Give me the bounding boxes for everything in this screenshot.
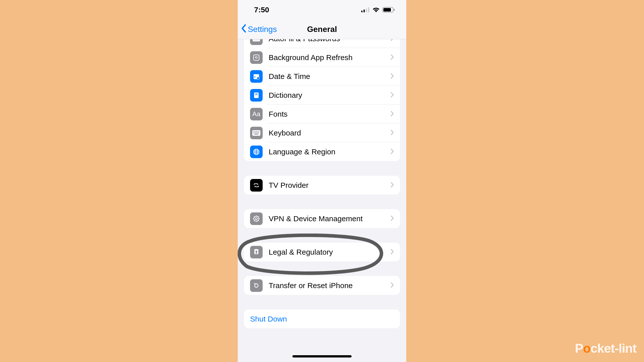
svg-rect-5 [383, 8, 391, 12]
settings-section-legal: Legal & Regulatory [244, 243, 400, 261]
chevron-right-icon [390, 73, 394, 80]
content-scroll[interactable]: AutoFill & Passwords Background App Refr… [238, 39, 406, 362]
row-label: Transfer or Reset iPhone [269, 281, 390, 290]
calendar-icon [250, 70, 263, 83]
chevron-right-icon [390, 39, 394, 42]
row-label: Dictionary [269, 91, 390, 100]
status-icons [361, 7, 395, 13]
certificate-icon [250, 246, 263, 258]
cellular-signal-icon [361, 7, 370, 12]
row-dictionary[interactable]: Dictionary [244, 86, 400, 105]
nav-bar: Settings General [238, 20, 406, 39]
svg-rect-23 [257, 131, 258, 132]
keyboard-icon [250, 127, 263, 139]
row-label: Fonts [269, 110, 390, 118]
chevron-right-icon [390, 111, 394, 118]
chevron-left-icon [241, 24, 247, 35]
watermark-pocketlint: Pocket-lint [575, 341, 636, 356]
nav-title: General [307, 25, 337, 34]
row-label: AutoFill & Passwords [269, 39, 390, 43]
svg-point-47 [256, 250, 257, 252]
svg-rect-26 [255, 132, 255, 133]
row-vpn-device-management[interactable]: VPN & Device Management [244, 209, 400, 228]
svg-rect-7 [253, 39, 260, 41]
row-shut-down[interactable]: Shut Down [244, 309, 400, 328]
svg-rect-21 [255, 131, 255, 132]
settings-section-vpn: VPN & Device Management [244, 209, 400, 228]
chevron-right-icon [390, 148, 394, 155]
row-fonts[interactable]: Aa Fonts [244, 105, 400, 123]
chevron-right-icon [390, 249, 394, 256]
row-label: Shut Down [250, 315, 394, 323]
row-keyboard[interactable]: Keyboard [244, 123, 400, 142]
chevron-right-icon [390, 129, 394, 137]
svg-rect-29 [258, 132, 259, 133]
row-label: Background App Refresh [269, 53, 390, 62]
row-tv-provider[interactable]: TV Provider [244, 176, 400, 195]
globe-icon [250, 146, 263, 158]
svg-rect-24 [258, 131, 259, 132]
svg-rect-14 [254, 76, 255, 77]
svg-rect-17 [255, 94, 258, 94]
svg-point-37 [255, 218, 257, 220]
gear-icon [250, 212, 263, 225]
svg-rect-2 [366, 9, 367, 12]
phone-frame: 7:50 Settings General [238, 0, 406, 362]
settings-section-transfer: Transfer or Reset iPhone [244, 276, 400, 295]
refresh-icon [250, 51, 263, 64]
status-time: 7:50 [254, 6, 269, 14]
svg-rect-22 [256, 131, 257, 132]
svg-rect-18 [255, 95, 258, 95]
row-label: Language & Region [269, 148, 390, 156]
back-button[interactable]: Settings [238, 24, 277, 35]
row-label: VPN & Device Management [269, 214, 390, 223]
svg-rect-16 [254, 93, 259, 98]
row-label: TV Provider [269, 181, 390, 190]
settings-section-shutdown: Shut Down [244, 309, 400, 328]
svg-rect-30 [254, 134, 258, 134]
svg-rect-3 [368, 7, 369, 12]
home-indicator[interactable] [293, 355, 352, 357]
book-icon [250, 89, 263, 102]
svg-rect-25 [253, 132, 254, 133]
row-label: Keyboard [269, 129, 390, 137]
chevron-right-icon [390, 54, 394, 61]
autofill-icon [250, 39, 263, 45]
watermark-accent: o [583, 341, 591, 355]
row-background-app-refresh[interactable]: Background App Refresh [244, 48, 400, 67]
row-transfer-reset[interactable]: Transfer or Reset iPhone [244, 276, 400, 295]
wifi-icon [372, 7, 380, 13]
row-label: Date & Time [269, 72, 390, 81]
row-autofill-passwords[interactable]: AutoFill & Passwords [244, 39, 400, 48]
tv-provider-icon [250, 179, 263, 192]
chevron-right-icon [390, 215, 394, 222]
row-language-region[interactable]: Language & Region [244, 142, 400, 161]
battery-icon [382, 7, 395, 13]
settings-section-main: AutoFill & Passwords Background App Refr… [244, 39, 400, 161]
watermark-suffix: cket-lint [590, 341, 636, 355]
row-date-time[interactable]: Date & Time [244, 67, 400, 86]
svg-rect-1 [364, 10, 365, 12]
status-bar: 7:50 [238, 0, 406, 20]
svg-point-15 [257, 77, 259, 79]
row-label: Legal & Regulatory [269, 248, 390, 256]
chevron-right-icon [390, 92, 394, 99]
svg-rect-27 [256, 132, 257, 133]
row-legal-regulatory[interactable]: Legal & Regulatory [244, 243, 400, 261]
svg-rect-6 [394, 9, 395, 11]
chevron-right-icon [390, 182, 394, 189]
svg-rect-13 [254, 74, 259, 76]
reset-icon [250, 279, 263, 292]
back-label: Settings [248, 25, 277, 34]
watermark-prefix: P [575, 341, 583, 355]
svg-rect-0 [361, 11, 363, 12]
fonts-icon: Aa [250, 108, 263, 120]
settings-section-tv: TV Provider [244, 176, 400, 195]
chevron-right-icon [390, 282, 394, 289]
svg-rect-28 [257, 132, 258, 133]
svg-rect-20 [253, 131, 254, 132]
